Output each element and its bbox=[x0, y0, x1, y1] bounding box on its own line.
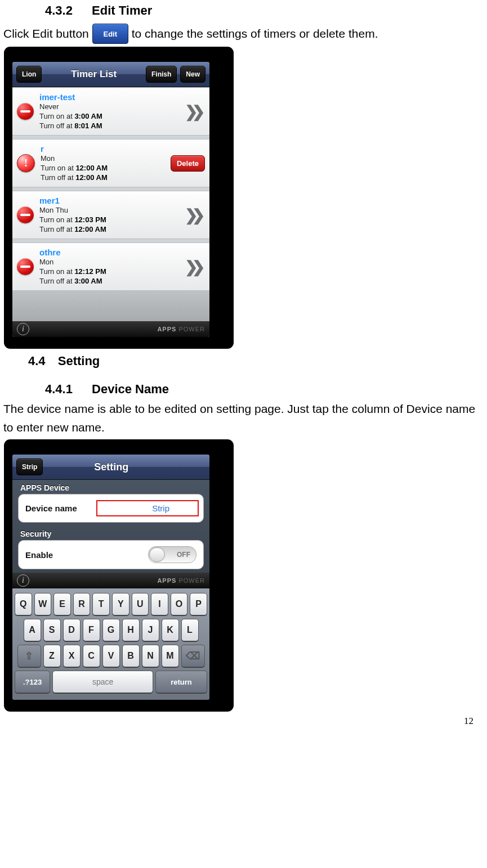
minus-icon[interactable] bbox=[17, 206, 34, 223]
heading-4-3-2: 4.3.2 Edit Timer bbox=[45, 3, 484, 18]
finish-button[interactable]: Finish bbox=[146, 66, 177, 83]
timer-row[interactable]: imer-testNeverTurn on at 3:00 AMTurn off… bbox=[12, 87, 209, 136]
new-button[interactable]: New bbox=[180, 66, 205, 83]
backspace-key[interactable]: ⌫ bbox=[181, 645, 205, 667]
key-e[interactable]: E bbox=[53, 593, 71, 615]
empty-area bbox=[12, 291, 209, 321]
key-p[interactable]: P bbox=[190, 593, 207, 615]
back-button[interactable]: Lion bbox=[16, 66, 42, 83]
device-name-value: Strip bbox=[152, 503, 169, 513]
screen-timer-list: Lion Timer List Finish New imer-testNeve… bbox=[12, 62, 209, 337]
keyboard: QWERTYUIOP ASDFGHJKL ⇧ ZXCVBNM ⌫ .?123 s… bbox=[12, 588, 209, 700]
key-s[interactable]: S bbox=[43, 619, 61, 641]
footer-bar: i APPS POWER bbox=[12, 573, 209, 588]
info-icon[interactable]: i bbox=[17, 323, 29, 335]
page-number: 12 bbox=[464, 716, 473, 727]
timer-off: Turn off at 12:00 AM bbox=[41, 173, 171, 183]
key-g[interactable]: G bbox=[102, 619, 120, 641]
heading-4-4: 4.4 Setting bbox=[28, 354, 484, 368]
phone-frame-setting: Strip Setting APPS Device Device name St… bbox=[5, 440, 233, 711]
key-a[interactable]: A bbox=[24, 619, 41, 641]
timer-row-body: imer-testNeverTurn on at 3:00 AMTurn off… bbox=[39, 92, 185, 131]
key-f[interactable]: F bbox=[83, 619, 100, 641]
return-key[interactable]: return bbox=[155, 671, 207, 693]
key-o[interactable]: O bbox=[171, 593, 188, 615]
keyboard-row-1: QWERTYUIOP bbox=[15, 593, 207, 615]
chevron-right-icon[interactable]: ❯❯ bbox=[185, 258, 205, 276]
key-w[interactable]: W bbox=[34, 593, 52, 615]
key-c[interactable]: C bbox=[83, 645, 100, 667]
brand-label: APPS POWER bbox=[157, 577, 205, 584]
brand-label: APPS POWER bbox=[157, 326, 205, 332]
key-q[interactable]: Q bbox=[15, 593, 32, 615]
back-button[interactable]: Strip bbox=[16, 458, 43, 475]
timer-repeat: Mon bbox=[39, 258, 185, 267]
enable-toggle[interactable]: OFF bbox=[148, 546, 196, 563]
section-apps-device: APPS Device bbox=[12, 480, 209, 494]
info-icon[interactable]: i bbox=[17, 574, 29, 587]
timer-repeat: Mon bbox=[41, 154, 171, 164]
key-j[interactable]: J bbox=[142, 619, 159, 641]
timer-on: Turn on at 3:00 AM bbox=[39, 112, 185, 122]
timer-on: Turn on at 12:00 AM bbox=[41, 164, 171, 173]
key-b[interactable]: B bbox=[122, 645, 140, 667]
minus-icon[interactable] bbox=[17, 258, 34, 275]
key-k[interactable]: K bbox=[162, 619, 179, 641]
device-name-cell-group: Device name Strip bbox=[18, 494, 204, 523]
timer-row-body: mer1Mon ThuTurn on at 12:03 PMTurn off a… bbox=[39, 195, 185, 235]
timer-row[interactable]: othreMonTurn on at 12:12 PMTurn off at 3… bbox=[12, 242, 209, 291]
heading-number: 4.4.1 bbox=[45, 382, 73, 396]
timer-row[interactable]: mer1Mon ThuTurn on at 12:03 PMTurn off a… bbox=[12, 191, 209, 239]
brand-b: POWER bbox=[178, 326, 205, 332]
timer-repeat: Mon Thu bbox=[39, 206, 185, 215]
shift-key[interactable]: ⇧ bbox=[17, 645, 41, 667]
timer-name: othre bbox=[39, 247, 185, 258]
key-y[interactable]: Y bbox=[112, 593, 129, 615]
timer-off: Turn off at 12:00 AM bbox=[39, 225, 185, 235]
brand-b: POWER bbox=[178, 577, 205, 584]
edit-button-icon: Edit bbox=[92, 24, 128, 44]
key-l[interactable]: L bbox=[181, 619, 199, 641]
space-key[interactable]: space bbox=[52, 671, 153, 693]
timer-on: Turn on at 12:03 PM bbox=[39, 215, 185, 225]
footer-bar: i APPS POWER bbox=[12, 321, 209, 337]
chevron-right-icon[interactable]: ❯❯ bbox=[185, 206, 205, 224]
setting-body: APPS Device Device name Strip Security E… bbox=[12, 480, 209, 588]
key-n[interactable]: N bbox=[142, 645, 159, 667]
key-t[interactable]: T bbox=[92, 593, 110, 615]
device-name-cell[interactable]: Device name Strip bbox=[19, 494, 203, 522]
timer-row-body: othreMonTurn on at 12:12 PMTurn off at 3… bbox=[39, 247, 185, 286]
key-i[interactable]: I bbox=[151, 593, 168, 615]
text-fragment: Click Edit button bbox=[3, 27, 89, 41]
brand-a: APPS bbox=[157, 326, 176, 332]
key-x[interactable]: X bbox=[63, 645, 81, 667]
heading-title: Edit Timer bbox=[92, 3, 152, 17]
key-z[interactable]: Z bbox=[43, 645, 61, 667]
key-d[interactable]: D bbox=[63, 619, 81, 641]
device-name-paragraph: The device name is able to be edited on … bbox=[3, 400, 484, 437]
heading-4-4-1: 4.4.1 Device Name bbox=[45, 382, 484, 397]
text-fragment: to change the settings of timers or dele… bbox=[132, 27, 378, 41]
key-m[interactable]: M bbox=[162, 645, 179, 667]
key-r[interactable]: R bbox=[73, 593, 91, 615]
alert-icon[interactable]: ! bbox=[17, 154, 35, 172]
navbar: Strip Setting bbox=[12, 455, 209, 480]
keyboard-row-3: ⇧ ZXCVBNM ⌫ bbox=[15, 645, 207, 667]
timer-name: mer1 bbox=[39, 195, 185, 206]
timer-row[interactable]: !rMonTurn on at 12:00 AMTurn off at 12:0… bbox=[12, 139, 209, 187]
edit-instruction-text: Click Edit button Edit to change the set… bbox=[3, 24, 484, 44]
keyboard-row-4: .?123 space return bbox=[15, 671, 207, 693]
key-v[interactable]: V bbox=[102, 645, 120, 667]
key-u[interactable]: U bbox=[132, 593, 149, 615]
delete-button[interactable]: Delete bbox=[171, 155, 205, 172]
chevron-right-icon[interactable]: ❯❯ bbox=[185, 102, 205, 121]
timer-off: Turn off at 8:01 AM bbox=[39, 122, 185, 131]
timer-list: imer-testNeverTurn on at 3:00 AMTurn off… bbox=[12, 87, 209, 291]
device-name-label: Device name bbox=[25, 503, 77, 513]
minus-icon[interactable] bbox=[17, 103, 34, 120]
numbers-key[interactable]: .?123 bbox=[15, 671, 50, 693]
screen-setting: Strip Setting APPS Device Device name St… bbox=[12, 455, 209, 700]
key-h[interactable]: H bbox=[122, 619, 140, 641]
nav-title: Setting bbox=[43, 461, 180, 473]
heading-title: Setting bbox=[58, 354, 100, 368]
